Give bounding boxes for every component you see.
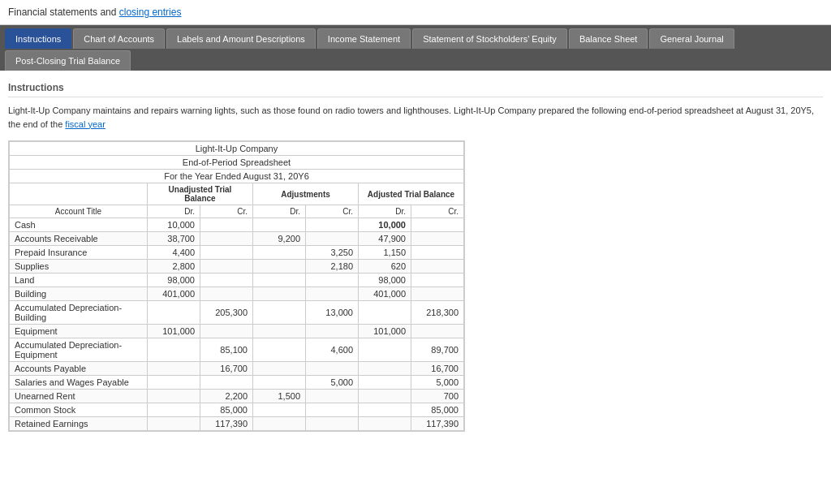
table-row: Accounts Receivable38,7009,20047,900 <box>10 232 464 246</box>
value-cell: 85,000 <box>200 403 253 417</box>
value-cell: 3,250 <box>306 246 359 260</box>
value-cell: 401,000 <box>148 287 200 301</box>
utb-header: Unadjusted Trial Balance <box>148 183 253 205</box>
value-cell <box>253 260 306 274</box>
account-name-cell: Retained Earnings <box>10 417 148 431</box>
period-row: For the Year Ended August 31, 20Y6 <box>10 170 464 183</box>
value-cell: 98,000 <box>359 274 411 287</box>
value-cell: 89,700 <box>411 338 464 362</box>
utb-dr-subheader: Dr. <box>148 205 200 218</box>
account-name-cell: Common Stock <box>10 403 148 417</box>
value-cell <box>148 376 200 390</box>
value-cell <box>359 362 411 376</box>
atb-cr-subheader: Cr. <box>411 205 464 218</box>
adj-header: Adjustments <box>253 183 359 205</box>
tabs-container: Instructions Chart of Accounts Labels an… <box>0 25 831 71</box>
account-title-subheader: Account Title <box>10 205 148 218</box>
value-cell <box>306 403 359 417</box>
account-name-cell: Accounts Receivable <box>10 232 148 246</box>
instructions-paragraph: Light-It-Up Company maintains and repair… <box>8 104 823 131</box>
value-cell: 4,400 <box>148 246 200 260</box>
value-cell <box>359 338 411 362</box>
account-name-cell: Accumulated Depreciation-Equipment <box>10 338 148 362</box>
value-cell <box>411 246 464 260</box>
tab-balance-sheet[interactable]: Balance Sheet <box>569 28 648 49</box>
value-cell <box>200 274 253 287</box>
tab-post-closing[interactable]: Post-Closing Trial Balance <box>5 50 131 71</box>
value-cell <box>253 287 306 301</box>
account-name-cell: Accounts Payable <box>10 362 148 376</box>
value-cell <box>200 325 253 338</box>
value-cell <box>200 232 253 246</box>
table-row: Unearned Rent2,2001,500700 <box>10 390 464 403</box>
value-cell <box>306 232 359 246</box>
top-bar-text: Financial statements and <box>8 6 119 18</box>
table-row: Salaries and Wages Payable5,0005,000 <box>10 376 464 390</box>
value-cell <box>411 260 464 274</box>
tab-labels-amount[interactable]: Labels and Amount Descriptions <box>166 28 316 49</box>
value-cell <box>253 338 306 362</box>
value-cell <box>359 417 411 431</box>
account-name-cell: Accumulated Depreciation-Building <box>10 301 148 325</box>
value-cell <box>148 390 200 403</box>
value-cell <box>253 274 306 287</box>
value-cell <box>200 376 253 390</box>
spreadsheet-wrapper: Light-It-Up Company End-of-Period Spread… <box>8 140 465 432</box>
value-cell <box>253 403 306 417</box>
value-cell <box>253 376 306 390</box>
value-cell <box>306 417 359 431</box>
account-name-cell: Cash <box>10 218 148 232</box>
atb-header: Adjusted Trial Balance <box>359 183 464 205</box>
table-row: Retained Earnings117,390117,390 <box>10 417 464 431</box>
company-name-row: Light-It-Up Company <box>10 142 464 156</box>
value-cell: 2,800 <box>148 260 200 274</box>
value-cell <box>200 218 253 232</box>
tab-instructions[interactable]: Instructions <box>5 28 71 49</box>
spreadsheet-title-row: End-of-Period Spreadsheet <box>10 156 464 170</box>
value-cell <box>411 232 464 246</box>
value-cell <box>359 301 411 325</box>
value-cell: 401,000 <box>359 287 411 301</box>
table-row: Accumulated Depreciation-Building205,300… <box>10 301 464 325</box>
table-row: Common Stock85,00085,000 <box>10 403 464 417</box>
table-row: Building401,000401,000 <box>10 287 464 301</box>
value-cell: 1,150 <box>359 246 411 260</box>
value-cell <box>148 301 200 325</box>
value-cell: 205,300 <box>200 301 253 325</box>
value-cell: 85,000 <box>411 403 464 417</box>
tab-income-statement[interactable]: Income Statement <box>317 28 411 49</box>
value-cell <box>306 325 359 338</box>
value-cell <box>253 362 306 376</box>
fiscal-year-link[interactable]: fiscal year <box>65 119 105 129</box>
value-cell: 16,700 <box>200 362 253 376</box>
closing-entries-link[interactable]: closing entries <box>119 6 182 18</box>
tab-general-journal[interactable]: General Journal <box>649 28 734 49</box>
value-cell <box>253 417 306 431</box>
company-name: Light-It-Up Company <box>10 142 464 156</box>
value-cell: 16,700 <box>411 362 464 376</box>
value-cell: 2,200 <box>200 390 253 403</box>
adj-dr-subheader: Dr. <box>253 205 306 218</box>
account-col-header <box>10 183 148 205</box>
top-bar: Financial statements and closing entries <box>0 0 831 25</box>
table-row: Equipment101,000101,000 <box>10 325 464 338</box>
tab-stockholders-equity[interactable]: Statement of Stockholders' Equity <box>412 28 567 49</box>
value-cell <box>253 218 306 232</box>
value-cell: 98,000 <box>148 274 200 287</box>
value-cell <box>359 403 411 417</box>
value-cell: 101,000 <box>148 325 200 338</box>
spreadsheet-title: End-of-Period Spreadsheet <box>10 156 464 170</box>
account-name-cell: Building <box>10 287 148 301</box>
account-name-cell: Salaries and Wages Payable <box>10 376 148 390</box>
value-cell: 700 <box>411 390 464 403</box>
spreadsheet-table: Light-It-Up Company End-of-Period Spread… <box>9 141 464 431</box>
value-cell: 101,000 <box>359 325 411 338</box>
value-cell <box>200 260 253 274</box>
utb-cr-subheader: Cr. <box>200 205 253 218</box>
spreadsheet-period: For the Year Ended August 31, 20Y6 <box>10 170 464 183</box>
value-cell: 5,000 <box>411 376 464 390</box>
value-cell: 47,900 <box>359 232 411 246</box>
value-cell <box>411 218 464 232</box>
tab-chart-of-accounts[interactable]: Chart of Accounts <box>73 28 165 49</box>
value-cell: 13,000 <box>306 301 359 325</box>
